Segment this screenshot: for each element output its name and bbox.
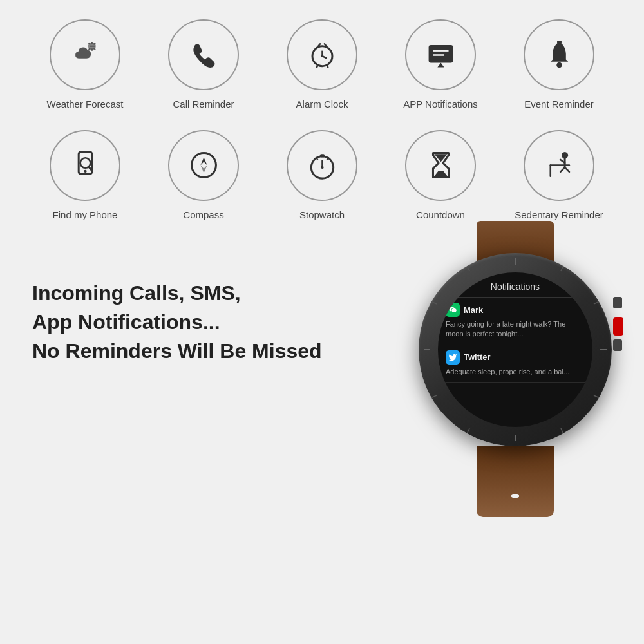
call-label: Call Reminder xyxy=(173,98,234,111)
crown xyxy=(613,317,623,336)
features-row2: Find my Phone Compass Stopwatch xyxy=(0,117,644,228)
promo-line3: No Reminders Will Be Missed xyxy=(32,339,322,363)
svg-line-35 xyxy=(594,395,600,398)
svg-point-8 xyxy=(556,62,562,68)
svg-point-18 xyxy=(321,166,323,169)
countdown-icon xyxy=(423,147,459,183)
feature-call: Call Reminder xyxy=(152,19,255,111)
weather-label: Weather Forecast xyxy=(47,98,124,111)
promo-text: Incoming Calls, SMS, App Notifications..… xyxy=(32,247,322,365)
svg-line-34 xyxy=(561,428,564,434)
feature-countdown: Countdown xyxy=(389,130,492,222)
notifications-icon-circle xyxy=(405,19,476,90)
svg-line-33 xyxy=(467,428,469,434)
svg-line-29 xyxy=(431,301,437,304)
findphone-icon xyxy=(68,147,103,183)
call-icon xyxy=(186,37,222,73)
compass-icon xyxy=(186,147,222,183)
feature-findphone: Find my Phone xyxy=(33,130,137,222)
svg-point-4 xyxy=(321,55,323,57)
notification-wechat: Mark Fancy going for a late-night walk? … xyxy=(438,298,592,345)
alarm-icon xyxy=(305,37,340,73)
watch-screen: Notifications Mark Fancy going for xyxy=(438,272,592,427)
weather-icon-circle xyxy=(50,19,120,90)
twitter-message: Adequate sleep, prope rise, and a bal... xyxy=(446,367,585,377)
feature-weather: Weather Forecast xyxy=(33,19,137,111)
watch-outer: Notifications Mark Fancy going for xyxy=(380,214,644,524)
strap-bottom xyxy=(477,446,554,517)
svg-line-30 xyxy=(561,265,564,271)
features-row1: Weather Forecast Call Reminder xyxy=(0,0,644,117)
stopwatch-icon-circle xyxy=(287,130,357,201)
promo-line1: Incoming Calls, SMS, xyxy=(32,281,241,305)
watch-notifications-title: Notifications xyxy=(438,272,592,298)
bottom-section: Incoming Calls, SMS, App Notifications..… xyxy=(0,227,644,365)
call-icon-circle xyxy=(168,19,239,90)
compass-icon-circle xyxy=(168,130,239,201)
feature-alarm: Alarm Clock xyxy=(270,19,374,111)
svg-point-14 xyxy=(191,153,216,178)
weather-icon xyxy=(68,37,103,73)
svg-point-21 xyxy=(561,152,567,158)
feature-notifications: APP Notifications xyxy=(389,19,492,111)
wechat-icon xyxy=(446,303,460,317)
notifications-icon xyxy=(423,37,459,73)
compass-label: Compass xyxy=(183,209,223,222)
sedentary-icon xyxy=(542,147,577,183)
stopwatch-label: Stopwatch xyxy=(299,209,345,222)
button-bottom xyxy=(613,339,622,351)
button-top xyxy=(613,297,622,308)
event-label: Event Reminder xyxy=(524,98,594,111)
svg-line-31 xyxy=(594,301,600,304)
svg-rect-5 xyxy=(428,45,453,63)
strap-buckle-hole xyxy=(511,494,519,498)
wechat-sender: Mark xyxy=(464,305,483,315)
sedentary-icon-circle xyxy=(524,130,594,201)
promo-line2: App Notifications... xyxy=(32,310,220,334)
svg-point-11 xyxy=(84,170,86,173)
twitter-icon xyxy=(446,350,460,365)
svg-line-32 xyxy=(431,395,437,398)
stopwatch-icon xyxy=(305,147,340,183)
watch-case: Notifications Mark Fancy going for xyxy=(419,253,612,446)
countdown-icon-circle xyxy=(405,130,476,201)
event-icon-circle xyxy=(524,19,594,90)
svg-rect-16 xyxy=(320,154,325,157)
notification-twitter: Twitter Adequate sleep, prope rise, and … xyxy=(438,345,592,383)
svg-line-28 xyxy=(467,265,469,271)
alarm-label: Alarm Clock xyxy=(296,98,348,111)
feature-compass: Compass xyxy=(152,130,255,222)
feature-event: Event Reminder xyxy=(507,19,611,111)
feature-sedentary: Sedentary Reminder xyxy=(507,130,611,222)
event-icon xyxy=(542,37,577,73)
wechat-message: Fancy going for a late-night walk? The m… xyxy=(446,319,585,339)
alarm-icon-circle xyxy=(287,19,357,90)
watch-display: Notifications Mark Fancy going for xyxy=(361,214,644,549)
findphone-label: Find my Phone xyxy=(53,209,118,222)
notifications-label: APP Notifications xyxy=(403,98,478,111)
findphone-icon-circle xyxy=(50,130,120,201)
feature-stopwatch: Stopwatch xyxy=(270,130,374,222)
twitter-sender: Twitter xyxy=(464,352,491,362)
